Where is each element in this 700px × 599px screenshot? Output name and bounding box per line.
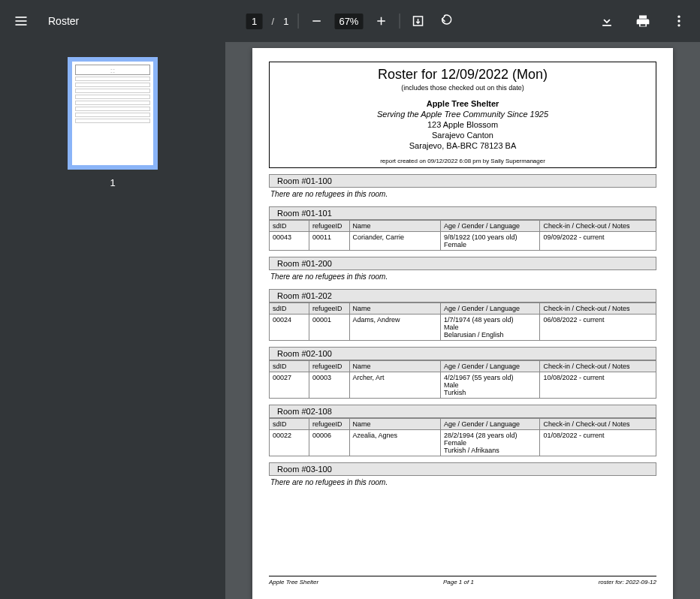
print-icon[interactable] [634,12,652,30]
footer-left: Apple Tree Shelter [269,579,318,585]
column-header: Name [349,303,440,315]
room-header: Room #02-100 [269,347,656,360]
column-header: Age / Gender / Language [440,419,539,430]
page-separator: / [272,16,275,27]
room-header: Room #01-202 [269,289,656,303]
roster-table: sdIDrefugeeIDNameAge / Gender / Language… [269,360,656,399]
column-header: Age / Gender / Language [440,221,539,232]
page-total: 1 [283,16,288,27]
room-block: Room #03-100There are no refugees in thi… [269,462,656,489]
empty-room-message: There are no refugees in this room. [269,476,656,489]
shelter-address-3: Sarajevo, BA-BRC 78123 BA [274,141,651,150]
report-header: Roster for 12/09/2022 (Mon) (includes th… [269,62,656,168]
table-cell: 10/08/2022 - current [540,372,656,399]
roster-table: sdIDrefugeeIDNameAge / Gender / Language… [269,418,656,456]
empty-room-message: There are no refugees in this room. [269,188,656,200]
divider [297,14,298,29]
rotate-icon[interactable] [436,12,454,30]
column-header: refugeeID [309,419,349,430]
column-header: refugeeID [309,361,349,372]
column-header: Name [349,221,440,232]
room-header: Room #01-101 [269,206,656,220]
table-cell: 28/2/1994 (28 years old) Female Turkish … [440,430,539,456]
table-cell: 00006 [309,430,349,456]
page-number-input[interactable] [246,14,263,29]
report-subtitle: (includes those checked out on this date… [274,84,651,92]
room-block: Room #01-202sdIDrefugeeIDNameAge / Gende… [269,289,656,341]
column-header: sdID [270,361,309,372]
zoom-level: 67% [334,14,363,29]
zoom-in-icon[interactable] [372,12,390,30]
fit-page-icon[interactable] [409,12,427,30]
table-cell: Archer, Art [349,372,440,399]
empty-room-message: There are no refugees in this room. [269,270,656,283]
room-header: Room #02-108 [269,405,656,418]
more-icon[interactable] [670,12,688,30]
shelter-address-1: 123 Apple Blossom [274,120,651,129]
pdf-page: Roster for 12/09/2022 (Mon) (includes th… [252,48,673,599]
shelter-name: Apple Tree Shelter [274,99,651,108]
report-title: Roster for 12/09/2022 (Mon) [274,67,651,83]
column-header: Check-in / Check-out / Notes [540,361,656,372]
room-block: Room #02-100sdIDrefugeeIDNameAge / Gende… [269,347,656,399]
column-header: Age / Gender / Language [440,303,539,315]
table-cell: 00024 [270,315,309,341]
room-block: Room #01-100There are no refugees in thi… [269,174,656,200]
svg-point-10 [677,24,680,26]
column-header: sdID [270,221,309,232]
table-row: 0002200006Azealia, Agnes28/2/1994 (28 ye… [270,430,656,456]
column-header: sdID [270,419,309,430]
table-cell: 00022 [270,430,309,456]
download-icon[interactable] [598,12,616,30]
table-cell: 00001 [309,315,349,341]
table-cell: 00003 [309,372,349,399]
column-header: Name [349,419,440,430]
column-header: Age / Gender / Language [440,361,539,372]
zoom-out-icon[interactable] [307,12,325,30]
report-metadata: report created on 09/12/2022 6:08 pm by … [274,158,651,164]
column-header: Name [349,361,440,372]
table-cell: 00043 [270,232,309,251]
table-cell: Adams, Andrew [349,315,440,341]
room-header: Room #01-200 [269,257,656,270]
room-block: Room #02-108sdIDrefugeeIDNameAge / Gende… [269,405,656,456]
room-block: Room #01-101sdIDrefugeeIDNameAge / Gende… [269,206,656,251]
table-row: 0002700003Archer, Art4/2/1967 (55 years … [270,372,656,399]
page-thumbnail[interactable]: ______ [68,57,158,170]
document-title: Roster [48,15,79,27]
table-cell: 9/8/1922 (100 years old) Female [440,232,539,251]
pdf-toolbar: Roster / 1 67% [0,0,700,42]
table-row: 0004300011Coriander, Carrie9/8/1922 (100… [270,232,656,251]
column-header: refugeeID [309,303,349,315]
page-footer: Apple Tree Shelter Page 1 of 1 roster fo… [269,576,656,585]
document-viewport[interactable]: Roster for 12/09/2022 (Mon) (includes th… [225,42,700,599]
column-header: Check-in / Check-out / Notes [540,221,656,232]
table-row: 0002400001Adams, Andrew1/7/1974 (48 year… [270,315,656,341]
table-cell: 00027 [270,372,309,399]
table-cell: 1/7/1974 (48 years old) Male Belarusian … [440,315,539,341]
roster-table: sdIDrefugeeIDNameAge / Gender / Language… [269,220,656,251]
table-cell: Azealia, Agnes [349,430,440,456]
table-cell: 01/08/2022 - current [540,430,656,456]
table-cell: Coriander, Carrie [349,232,440,251]
roster-table: sdIDrefugeeIDNameAge / Gender / Language… [269,303,656,341]
column-header: Check-in / Check-out / Notes [540,303,656,315]
divider [399,14,400,29]
room-header: Room #03-100 [269,462,656,476]
table-cell: 4/2/1967 (55 years old) Male Turkish [440,372,539,399]
svg-point-8 [677,16,680,18]
column-header: Check-in / Check-out / Notes [540,419,656,430]
menu-icon[interactable] [12,12,30,30]
room-header: Room #01-100 [269,174,656,188]
footer-right: roster for: 2022-09-12 [599,579,656,585]
svg-point-9 [677,20,680,22]
room-block: Room #01-200There are no refugees in thi… [269,257,656,283]
shelter-motto: Serving the Apple Tree Community Since 1… [274,110,651,119]
shelter-address-2: Sarajevo Canton [274,131,651,140]
column-header: refugeeID [309,221,349,232]
column-header: sdID [270,303,309,315]
table-cell: 09/09/2022 - current [540,232,656,251]
footer-center: Page 1 of 1 [443,579,474,585]
table-cell: 06/08/2022 - current [540,315,656,341]
table-cell: 00011 [309,232,349,251]
